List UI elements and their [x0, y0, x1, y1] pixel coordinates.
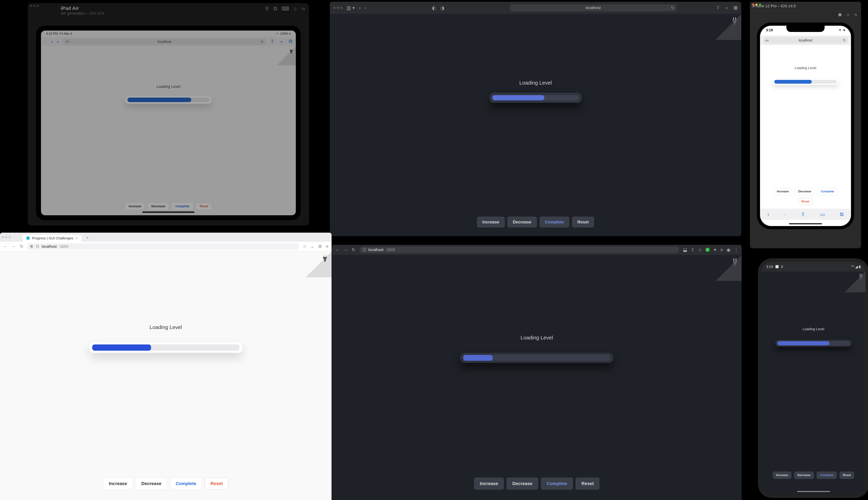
nav-back-icon[interactable]: ←	[335, 247, 340, 253]
minimize-icon[interactable]	[755, 3, 757, 5]
home-indicator[interactable]	[142, 212, 194, 213]
browser-tab[interactable]: Progress | GUI Challenges ×	[23, 235, 81, 242]
menu-icon[interactable]: ⋮	[734, 247, 739, 253]
shield-icon[interactable]: ⛨	[30, 244, 34, 249]
complete-button[interactable]: Complete	[170, 478, 202, 490]
nav-back-icon[interactable]: ‹	[767, 211, 769, 217]
close-icon[interactable]	[2, 236, 4, 238]
traffic-lights[interactable]	[752, 3, 761, 5]
zoom-icon[interactable]	[9, 236, 11, 238]
increase-button[interactable]: Increase	[125, 203, 145, 210]
install-app-icon[interactable]: ⬓	[683, 247, 687, 253]
increase-button[interactable]: Increase	[103, 478, 133, 490]
nav-forward-icon[interactable]: →	[11, 244, 16, 249]
increase-button[interactable]: Increase	[774, 188, 792, 195]
reset-button[interactable]: Reset	[576, 478, 599, 490]
reset-button[interactable]: Reset	[798, 198, 813, 205]
complete-button[interactable]: Complete	[172, 203, 193, 210]
decrease-button[interactable]: Decrease	[507, 217, 537, 227]
decrease-button[interactable]: Decrease	[148, 203, 169, 210]
share-icon[interactable]: ⇪	[691, 247, 695, 253]
complete-button[interactable]: Complete	[541, 478, 573, 490]
bookmark-star-icon[interactable]: ☆	[302, 244, 307, 249]
share-icon[interactable]: ⇪	[801, 211, 805, 217]
nav-forward-icon[interactable]: ›	[365, 5, 366, 11]
zoom-icon[interactable]	[37, 5, 39, 7]
pin-icon[interactable]: ⚲	[265, 5, 269, 12]
reset-button[interactable]: Reset	[196, 203, 212, 210]
screenshot-icon[interactable]: ◉	[838, 12, 842, 17]
extensions-puzzle-icon[interactable]: ✦	[713, 247, 717, 253]
home-icon[interactable]: ⌂	[846, 12, 849, 17]
nav-forward-icon[interactable]: →	[343, 247, 348, 253]
close-icon[interactable]	[30, 5, 32, 7]
lock-icon[interactable]: 🗋	[36, 244, 39, 249]
reset-button[interactable]: Reset	[840, 471, 854, 479]
address-bar[interactable]: ⛨ 🗋 localhost:3000	[27, 243, 299, 250]
nav-forward-icon[interactable]: ›	[784, 211, 786, 217]
traffic-lights[interactable]	[2, 236, 11, 238]
increase-button[interactable]: Increase	[474, 478, 504, 490]
new-tab-icon[interactable]: ＋	[279, 38, 284, 45]
rotate-icon[interactable]: ⤿	[301, 5, 306, 12]
menu-icon[interactable]: ≡	[326, 244, 329, 249]
home-indicator[interactable]	[789, 223, 822, 224]
sidebar-icon[interactable]: ▥	[57, 41, 59, 43]
share-icon[interactable]: ⇪	[270, 38, 274, 45]
nav-back-icon[interactable]: ‹	[359, 5, 361, 11]
zoom-icon[interactable]	[340, 7, 342, 9]
extension-icon[interactable]	[706, 248, 710, 252]
incognito-icon[interactable]: ◉	[727, 247, 731, 253]
decrease-button[interactable]: Decrease	[794, 471, 814, 479]
new-tab-button[interactable]: ＋	[83, 234, 92, 242]
sidebar-icon[interactable]: ▥ ▾	[346, 5, 355, 11]
traffic-lights[interactable]	[30, 5, 39, 7]
home-icon[interactable]: ⌂	[294, 5, 297, 12]
nav-back-icon[interactable]: ‹	[44, 39, 46, 45]
screenshot-icon[interactable]: ⧉	[273, 5, 277, 12]
nav-back-icon[interactable]: ←	[3, 244, 8, 249]
close-icon[interactable]	[333, 7, 335, 9]
minimize-icon[interactable]	[33, 5, 35, 7]
increase-button[interactable]: Increase	[773, 471, 791, 479]
record-icon[interactable]: ⌨	[282, 5, 289, 12]
tab-close-icon[interactable]: ×	[76, 236, 78, 240]
decrease-button[interactable]: Decrease	[795, 188, 815, 195]
share-icon[interactable]: ⇪	[716, 5, 720, 11]
reload-icon[interactable]: ↻	[843, 38, 846, 42]
tabs-overview-icon[interactable]: ▦	[733, 5, 738, 11]
decrease-button[interactable]: Decrease	[136, 478, 167, 490]
zoom-icon[interactable]	[759, 3, 761, 5]
traffic-lights[interactable]	[333, 7, 342, 9]
appearance-icon[interactable]: ◑	[440, 5, 444, 11]
reload-icon[interactable]: ↻	[671, 5, 674, 10]
address-bar[interactable]: ⓘ localhost:3000	[359, 247, 679, 253]
minimize-icon[interactable]	[337, 7, 339, 9]
new-tab-icon[interactable]: ＋	[724, 5, 729, 11]
reload-icon[interactable]: ↻	[20, 244, 24, 249]
tabs-icon[interactable]: ⧉	[840, 211, 844, 217]
rotate-icon[interactable]: ⤿	[854, 12, 858, 17]
decrease-button[interactable]: Decrease	[506, 478, 538, 490]
increase-button[interactable]: Increase	[477, 217, 505, 227]
reload-icon[interactable]: ↻	[261, 39, 264, 44]
reading-list-icon[interactable]: ≡	[720, 247, 723, 253]
reset-button[interactable]: Reset	[572, 217, 594, 227]
reader-icon[interactable]: AA	[765, 39, 769, 42]
complete-button[interactable]: Complete	[818, 188, 837, 195]
complete-button[interactable]: Complete	[539, 217, 569, 227]
bookmarks-icon[interactable]: ▭	[820, 211, 825, 217]
bookmark-star-icon[interactable]: ☆	[698, 247, 702, 253]
address-bar[interactable]: AA localhost ↻	[63, 38, 266, 45]
shield-icon[interactable]: ◐	[432, 5, 436, 11]
gesture-bar[interactable]	[797, 491, 830, 492]
reset-button[interactable]: Reset	[205, 478, 228, 490]
close-icon[interactable]	[752, 3, 754, 5]
minimize-icon[interactable]	[5, 236, 7, 238]
reader-icon[interactable]: AA	[65, 40, 69, 43]
pocket-icon[interactable]: ⌄	[310, 244, 314, 249]
extensions-icon[interactable]: ⚙	[318, 244, 322, 249]
address-bar[interactable]: AA localhost ↻	[763, 37, 848, 44]
reload-icon[interactable]: ↻	[352, 247, 355, 253]
tabs-icon[interactable]: ⧉	[289, 38, 292, 45]
